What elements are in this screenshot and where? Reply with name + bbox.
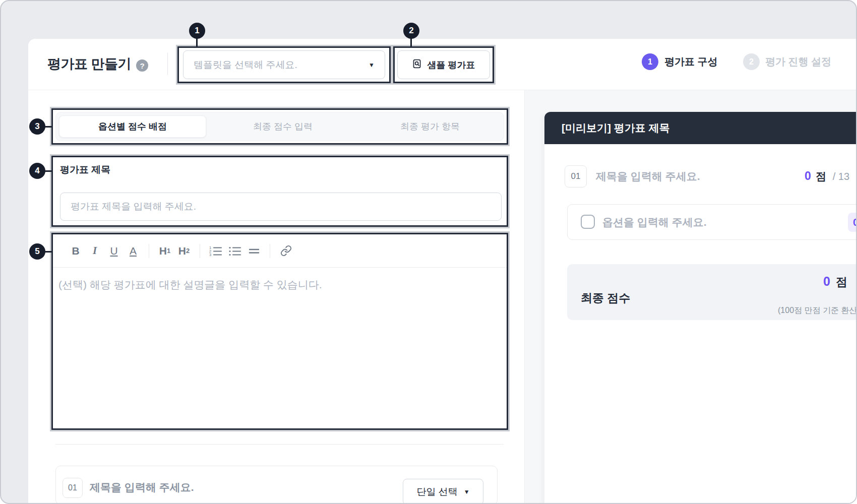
final-score-note: (100점 만점 기준 환산	[778, 305, 857, 316]
tab-bar: 옵션별 점수 배점 최종 점수 입력 최종 평가 항목	[55, 112, 504, 141]
template-select-placeholder: 템플릿을 선택해 주세요.	[194, 58, 369, 72]
annotation-badge-2: 2	[403, 23, 419, 39]
preview-header: [미리보기] 평가표 제목	[544, 112, 857, 144]
step-2-label: 평가 진행 설정	[765, 53, 831, 70]
link-icon[interactable]	[276, 241, 295, 261]
help-icon[interactable]: ?	[136, 59, 148, 72]
option-score-chip: 0	[848, 213, 857, 232]
page: 평가표 만들기 ? 템플릿을 선택해 주세요. ▼ 샘플 평가표 1 평가표 구…	[0, 0, 857, 504]
chevron-down-icon: ▼	[369, 61, 375, 69]
text-color-icon[interactable]: A	[124, 241, 143, 261]
annotation-stem-4	[44, 170, 51, 172]
annotation-badge-5: 5	[29, 243, 45, 260]
svg-text:3: 3	[209, 253, 211, 257]
annotation-stem-5	[44, 251, 51, 253]
annotation-badge-3: 3	[29, 118, 45, 135]
tab-final-eval-items[interactable]: 최종 평가 항목	[356, 112, 504, 141]
header-vertical-divider	[167, 53, 168, 75]
underline-icon[interactable]: U	[104, 241, 124, 261]
ordered-list-icon[interactable]: 1 2 3	[206, 241, 225, 261]
editor-placeholder: (선택) 해당 평가표에 대한 설명글을 입력할 수 있습니다.	[58, 278, 322, 292]
description-editor-area[interactable]	[53, 268, 507, 428]
document-search-icon	[412, 58, 422, 71]
tab-final-score-input[interactable]: 최종 점수 입력	[209, 112, 356, 141]
question-title-placeholder[interactable]: 제목을 입력해 주세요.	[90, 480, 194, 494]
final-score-label: 최종 점수	[581, 290, 630, 306]
preview-score-value: 0	[805, 169, 811, 182]
toolbar-separator	[149, 244, 149, 258]
chevron-down-icon: ▼	[464, 488, 470, 495]
preview-question-title: 제목을 입력해 주세요.	[596, 169, 700, 183]
heading-1-icon[interactable]: H1	[155, 241, 174, 261]
step-1-label: 평가표 구성	[664, 53, 718, 70]
step-2-badge: 2	[743, 53, 760, 70]
sample-report-button[interactable]: 샘플 평가표	[397, 50, 490, 79]
toolbar-separator	[270, 244, 270, 258]
annotation-stem-1	[196, 38, 198, 46]
editor-toolbar: B I U A H1 H2 1 2 3	[53, 234, 507, 268]
question-number-badge: 01	[63, 478, 83, 498]
bullet-list-icon[interactable]	[225, 241, 244, 261]
question-type-select[interactable]: 단일 선택 ▼	[403, 479, 483, 504]
horizontal-rule-icon[interactable]	[244, 241, 264, 261]
page-title: 평가표 만들기	[47, 55, 131, 73]
template-select[interactable]: 템플릿을 선택해 주세요. ▼	[183, 50, 385, 79]
final-score-value: 0 점	[823, 274, 847, 290]
form-title-input[interactable]	[60, 193, 502, 221]
toolbar-separator	[200, 244, 200, 258]
preview-question-number: 01	[565, 165, 587, 187]
option-checkbox[interactable]	[581, 215, 595, 229]
annotation-stem-3	[44, 126, 51, 128]
preview-question-score: 0 점 / 13	[805, 169, 849, 183]
question-type-label: 단일 선택	[416, 485, 457, 498]
annotation-badge-4: 4	[29, 163, 45, 179]
tab-option-score[interactable]: 옵션별 점수 배점	[56, 112, 209, 141]
section-divider	[55, 444, 504, 445]
italic-icon[interactable]: I	[85, 241, 104, 261]
step-1-badge: 1	[642, 53, 658, 70]
option-placeholder: 옵션을 입력해 주세요.	[602, 215, 707, 229]
preview-score-total: / 13	[833, 171, 849, 182]
annotation-badge-1: 1	[189, 23, 205, 39]
sample-report-button-label: 샘플 평가표	[427, 59, 475, 71]
form-title-label: 평가표 제목	[60, 163, 110, 176]
heading-2-icon[interactable]: H2	[174, 241, 194, 261]
annotation-stem-2	[410, 38, 412, 46]
preview-score-unit: 점	[816, 170, 826, 182]
tab-option-score-label: 옵션별 점수 배점	[59, 115, 206, 138]
bold-icon[interactable]: B	[66, 241, 85, 261]
